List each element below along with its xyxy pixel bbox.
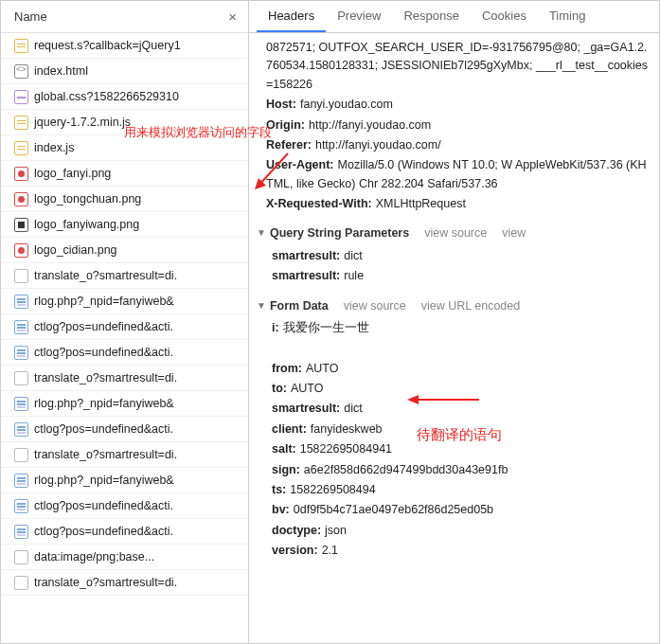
headers-tab-content: 0872571; OUTFOX_SEARCH_USER_ID=-93175679… bbox=[249, 33, 659, 643]
request-row[interactable]: logo_fanyi.png bbox=[1, 161, 248, 187]
toggle-form-data[interactable]: Form Data bbox=[257, 297, 329, 315]
close-icon[interactable]: × bbox=[223, 7, 242, 27]
param-row: salt:15822695084941 bbox=[272, 440, 650, 458]
request-row[interactable]: ctlog?pos=undefined&acti. bbox=[1, 340, 248, 366]
header-value: XMLHttpRequest bbox=[376, 197, 466, 210]
toggle-query[interactable]: Query String Parameters bbox=[257, 224, 409, 242]
request-name: ctlog?pos=undefined&acti. bbox=[34, 320, 173, 333]
net-file-icon bbox=[14, 320, 28, 334]
request-row[interactable]: logo_cidian.png bbox=[1, 238, 248, 263]
request-row[interactable]: translate_o?smartresult=di. bbox=[1, 366, 248, 391]
request-row[interactable]: ctlog?pos=undefined&acti. bbox=[1, 314, 248, 340]
param-key: i: bbox=[272, 321, 279, 334]
request-name: rlog.php?_npid=fanyiweb& bbox=[34, 474, 174, 487]
tab-headers[interactable]: Headers bbox=[257, 1, 326, 32]
request-name: jquery-1.7.2.min.js bbox=[34, 116, 131, 129]
request-name: rlog.php?_npid=fanyiweb& bbox=[34, 397, 174, 410]
request-row[interactable]: jquery-1.7.2.min.js bbox=[1, 110, 248, 135]
param-key: version: bbox=[272, 544, 318, 557]
param-value: 1582269508494 bbox=[290, 483, 375, 496]
param-row bbox=[272, 339, 650, 357]
request-name: ctlog?pos=undefined&acti. bbox=[34, 346, 173, 359]
request-row[interactable]: rlog.php?_npid=fanyiweb& bbox=[1, 468, 248, 493]
request-name: request.s?callback=jQuery1 bbox=[34, 39, 181, 52]
tab-preview[interactable]: Preview bbox=[326, 1, 392, 32]
request-name: data:image/png;base... bbox=[34, 550, 154, 564]
request-row[interactable]: request.s?callback=jQuery1 bbox=[1, 33, 248, 59]
request-row[interactable]: ctlog?pos=undefined&acti. bbox=[1, 493, 248, 519]
plain-file-icon bbox=[14, 576, 28, 590]
request-row[interactable]: ctlog?pos=undefined&acti. bbox=[1, 417, 248, 442]
section-query-string: Query String Parameters view source view bbox=[257, 224, 650, 242]
png-r-file-icon bbox=[14, 167, 28, 181]
param-row: doctype:json bbox=[272, 522, 650, 540]
plain-file-icon bbox=[14, 448, 28, 462]
request-row[interactable]: rlog.php?_npid=fanyiweb& bbox=[1, 289, 248, 314]
tab-timing[interactable]: Timing bbox=[538, 1, 598, 32]
request-row[interactable]: index.js bbox=[1, 135, 248, 161]
param-value: a6e2f858d662d947499bdd30a43e91fb bbox=[304, 463, 508, 476]
param-key: ts: bbox=[272, 483, 286, 496]
param-value: 我爱你一生一世 bbox=[283, 321, 369, 334]
plain-file-icon bbox=[14, 371, 28, 385]
header-key: Origin: bbox=[266, 118, 305, 132]
request-name: logo_fanyiwang.png bbox=[34, 218, 139, 231]
request-row[interactable]: logo_tongchuan.png bbox=[1, 187, 248, 212]
request-details-panel: HeadersPreviewResponseCookiesTiming 0872… bbox=[249, 1, 659, 643]
request-name: ctlog?pos=undefined&acti. bbox=[34, 422, 173, 436]
request-list: request.s?callback=jQuery1index.htmlglob… bbox=[1, 33, 248, 643]
param-key: smartresult: bbox=[272, 249, 340, 262]
request-row[interactable]: translate_o?smartresult=di. bbox=[1, 570, 248, 596]
view-source-link[interactable]: view source bbox=[344, 297, 406, 315]
request-row[interactable]: rlog.php?_npid=fanyiweb& bbox=[1, 391, 248, 417]
param-key: to: bbox=[272, 382, 287, 395]
view-encoded-link[interactable]: view bbox=[502, 224, 526, 242]
section-form-data: Form Data view source view URL encoded bbox=[257, 297, 650, 315]
param-row: to:AUTO bbox=[272, 380, 650, 398]
view-url-encoded-link[interactable]: view URL encoded bbox=[421, 297, 520, 315]
header-key: X-Requested-With: bbox=[266, 197, 372, 210]
param-key: bv: bbox=[272, 503, 290, 516]
param-key: smartresult: bbox=[272, 269, 340, 282]
net-file-icon bbox=[14, 499, 28, 513]
param-value: json bbox=[325, 524, 347, 537]
js-file-icon bbox=[14, 116, 28, 130]
param-key: from: bbox=[272, 362, 302, 375]
request-name: translate_o?smartresult=di. bbox=[34, 448, 177, 461]
plain-file-icon bbox=[14, 269, 28, 283]
param-value: dict bbox=[344, 249, 362, 262]
request-row[interactable]: index.html bbox=[1, 59, 248, 84]
header-key: User-Agent: bbox=[266, 158, 334, 171]
header-value: fanyi.youdao.com bbox=[300, 98, 393, 111]
html-file-icon bbox=[14, 64, 28, 79]
request-row[interactable]: global.css?1582266529310 bbox=[1, 84, 248, 110]
param-value: 2.1 bbox=[322, 544, 338, 557]
param-row: bv:0df9f5b4c71ae0497eb62f86d25ed05b bbox=[272, 501, 650, 519]
header-row: Origin:http://fanyi.youdao.com bbox=[266, 116, 650, 134]
request-name: global.css?1582266529310 bbox=[34, 90, 179, 103]
net-file-icon bbox=[14, 422, 28, 437]
param-value: rule bbox=[344, 269, 364, 282]
header-key: Host: bbox=[266, 98, 296, 111]
param-value: AUTO bbox=[291, 382, 324, 395]
request-row[interactable]: ctlog?pos=undefined&acti. bbox=[1, 519, 248, 545]
plain-file-icon bbox=[14, 550, 28, 564]
network-requests-panel: Name × request.s?callback=jQuery1index.h… bbox=[1, 1, 249, 643]
view-source-link[interactable]: view source bbox=[424, 224, 487, 242]
tab-cookies[interactable]: Cookies bbox=[471, 1, 538, 32]
param-row: from:AUTO bbox=[272, 360, 650, 378]
request-name: logo_cidian.png bbox=[34, 243, 117, 257]
param-row: i:我爱你一生一世 bbox=[272, 319, 650, 337]
param-value: 15822695084941 bbox=[300, 442, 392, 456]
request-row[interactable]: logo_fanyiwang.png bbox=[1, 212, 248, 238]
request-row[interactable]: data:image/png;base... bbox=[1, 545, 248, 570]
request-name: ctlog?pos=undefined&acti. bbox=[34, 499, 173, 512]
header-row: Host:fanyi.youdao.com bbox=[266, 96, 650, 114]
request-name: index.html bbox=[34, 64, 88, 78]
request-row[interactable]: translate_o?smartresult=di. bbox=[1, 442, 248, 468]
header-cookie-fragment: 0872571; OUTFOX_SEARCH_USER_ID=-93175679… bbox=[266, 39, 650, 94]
tab-response[interactable]: Response bbox=[392, 1, 471, 32]
request-name: rlog.php?_npid=fanyiweb& bbox=[34, 295, 174, 308]
request-row[interactable]: translate_o?smartresult=di. bbox=[1, 263, 248, 289]
request-name: logo_fanyi.png bbox=[34, 167, 111, 180]
